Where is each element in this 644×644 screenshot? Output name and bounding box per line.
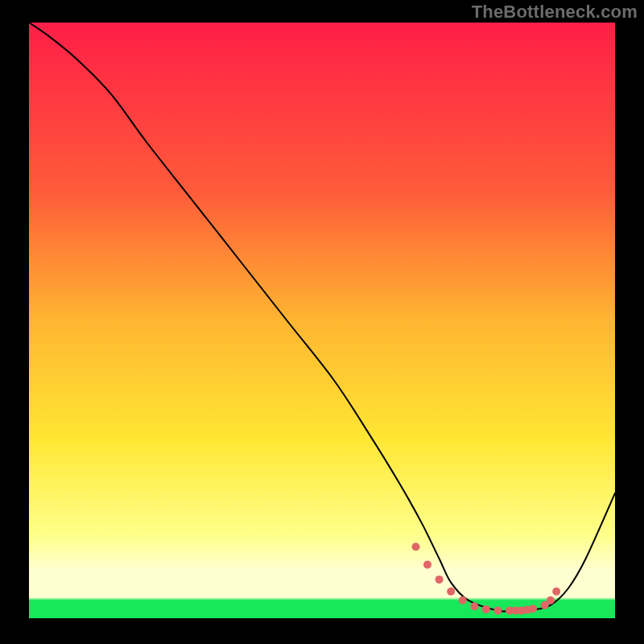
plot-background [29, 23, 615, 618]
optimal-dot [412, 543, 420, 551]
optimal-dot [423, 560, 431, 568]
optimal-dot [529, 605, 537, 613]
optimal-dot [493, 606, 502, 614]
optimal-dot [436, 576, 444, 584]
optimal-dot [447, 588, 455, 596]
optimal-dot [552, 588, 560, 596]
optimal-dot [459, 597, 467, 605]
optimal-dot [470, 602, 478, 610]
chart-frame: TheBottleneck.com [0, 0, 644, 644]
optimal-dot [547, 597, 555, 605]
bottleneck-chart [0, 0, 644, 644]
optimal-dot [482, 605, 490, 613]
